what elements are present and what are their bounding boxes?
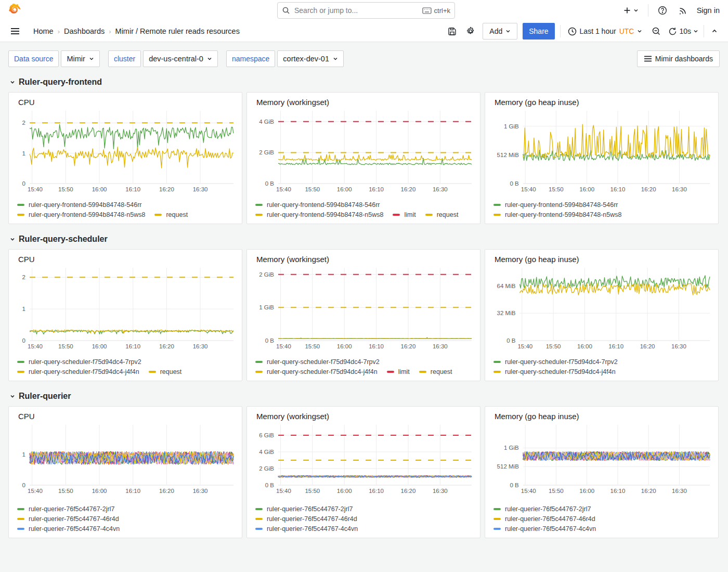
menu-toggle-button[interactable]: [8, 25, 22, 37]
legend-item[interactable]: ruler-query-scheduler-f75d94dc4-7rpv2: [493, 358, 618, 366]
panel-title[interactable]: CPU: [17, 411, 233, 421]
panel-title[interactable]: CPU: [17, 97, 233, 107]
legend-item[interactable]: ruler-querier-76f5c44767-46r4d: [17, 515, 119, 523]
svg-text:16:20: 16:20: [401, 343, 416, 349]
legend-item[interactable]: ruler-query-frontend-5994b84748-546rr: [493, 201, 618, 209]
add-panel-button[interactable]: Add: [483, 23, 517, 40]
legend-swatch: [17, 528, 24, 530]
news-button[interactable]: [677, 4, 690, 17]
panel-cpu: CPU0115:4015:5016:0016:1016:2016:30ruler…: [8, 406, 242, 538]
legend-label: ruler-querier-76f5c44767-4c4vn: [29, 525, 120, 532]
legend: ruler-query-frontend-5994b84748-546rrrul…: [255, 201, 472, 218]
grafana-logo[interactable]: [8, 4, 22, 17]
chart-canvas[interactable]: 0 B512 MiB1 GiB15:4015:5016:0016:1016:20…: [493, 422, 711, 496]
panel-title[interactable]: Memory (workingset): [255, 97, 472, 107]
svg-text:512 MiB: 512 MiB: [497, 463, 519, 470]
series-line: [278, 154, 472, 160]
legend-item[interactable]: ruler-query-frontend-5994b84748-n5ws8: [255, 211, 383, 218]
legend-item[interactable]: ruler-querier-76f5c44767-2jrl7: [493, 505, 591, 513]
legend-item[interactable]: ruler-query-frontend-5994b84748-n5ws8: [17, 211, 145, 218]
collapse-toolbar-button[interactable]: [709, 26, 720, 36]
panel-title[interactable]: Memory (go heap inuse): [493, 254, 710, 264]
chart-canvas[interactable]: 0 B1 GiB2 GiB15:4015:5016:0016:1016:2016…: [255, 265, 473, 351]
chart-canvas[interactable]: 0 B2 GiB4 GiB15:4015:5016:0016:1016:2016…: [255, 108, 473, 194]
dashboard-settings-button[interactable]: [464, 24, 477, 38]
timezone-label: UTC: [619, 27, 634, 35]
legend-item[interactable]: ruler-query-scheduler-f75d94dc4-j4f4n: [17, 368, 139, 375]
search-input[interactable]: Search or jump to... ctrl+k: [277, 2, 455, 19]
legend-item[interactable]: ruler-query-frontend-5994b84748-546rr: [17, 201, 142, 209]
series-line: [523, 150, 710, 161]
panel-title[interactable]: Memory (go heap inuse): [493, 411, 710, 421]
panel-title[interactable]: CPU: [17, 254, 233, 264]
row-title: Ruler-query-frontend: [19, 77, 102, 87]
legend-item[interactable]: ruler-querier-76f5c44767-4c4vn: [17, 525, 120, 532]
row-header-ruler-query-scheduler[interactable]: Ruler-query-scheduler: [9, 235, 720, 244]
dashboard-body: Ruler-query-frontendCPU01215:4015:5016:0…: [0, 77, 728, 551]
chevron-down-icon: [333, 56, 338, 61]
help-button[interactable]: [656, 4, 669, 17]
legend-item[interactable]: limit: [393, 211, 415, 218]
legend-item[interactable]: request: [425, 211, 459, 218]
legend-item[interactable]: ruler-query-frontend-5994b84748-n5ws8: [493, 211, 621, 218]
time-range-picker[interactable]: Last 1 hour UTC: [566, 27, 645, 36]
legend-item[interactable]: ruler-query-scheduler-f75d94dc4-j4f4n: [493, 368, 616, 375]
panel-title[interactable]: Memory (go heap inuse): [493, 97, 710, 107]
breadcrumb-home[interactable]: Home: [33, 27, 54, 35]
panel-title[interactable]: Memory (workingset): [255, 411, 472, 421]
legend-item[interactable]: ruler-query-scheduler-f75d94dc4-7rpv2: [17, 358, 141, 366]
datasource-select[interactable]: Mimir: [61, 50, 99, 67]
breadcrumb: Home › Dashboards › Mimir / Remote ruler…: [33, 27, 240, 35]
mimir-dashboards-button[interactable]: Mimir dashboards: [637, 50, 720, 67]
sign-in-link[interactable]: Sign in: [697, 6, 720, 15]
chevron-down-icon: [9, 79, 16, 85]
chart-canvas[interactable]: 0 B512 MiB1 GiB15:4015:5016:0016:1016:20…: [493, 108, 711, 194]
namespace-select[interactable]: cortex-dev-01: [277, 50, 344, 67]
legend-item[interactable]: request: [154, 211, 188, 218]
add-new-button[interactable]: [621, 4, 641, 17]
chart-canvas[interactable]: 0 B2 GiB4 GiB6 GiB15:4015:5016:0016:1016…: [255, 422, 473, 496]
save-dashboard-button[interactable]: [446, 25, 459, 38]
cluster-select[interactable]: dev-us-central-0: [143, 50, 218, 67]
legend-swatch: [493, 361, 501, 363]
svg-text:15:40: 15:40: [521, 488, 536, 494]
legend-item[interactable]: ruler-querier-76f5c44767-4c4vn: [255, 525, 358, 532]
svg-text:16:10: 16:10: [610, 186, 626, 192]
chart-canvas[interactable]: 0115:4015:5016:0016:1016:2016:30: [17, 422, 235, 496]
svg-text:16:10: 16:10: [369, 488, 384, 494]
share-button[interactable]: Share: [523, 23, 554, 40]
legend-item[interactable]: ruler-querier-76f5c44767-2jrl7: [17, 505, 114, 513]
legend-swatch: [493, 204, 501, 206]
zoom-out-time-button[interactable]: [649, 24, 663, 38]
chart-area: 0 B512 MiB1 GiB15:4015:5016:0016:1016:20…: [493, 422, 710, 504]
svg-text:15:50: 15:50: [58, 343, 73, 349]
series-line: [278, 339, 472, 339]
legend-item[interactable]: ruler-query-frontend-5994b84748-546rr: [255, 201, 380, 209]
legend-item[interactable]: ruler-querier-76f5c44767-46r4d: [255, 515, 357, 523]
panel-memory-workingset: Memory (workingset)0 B2 GiB4 GiB15:4015:…: [246, 92, 480, 224]
refresh-picker[interactable]: 10s: [668, 27, 698, 36]
row-header-ruler-querier[interactable]: Ruler-querier: [9, 392, 720, 401]
legend-item[interactable]: request: [419, 368, 452, 375]
search-placeholder: Search or jump to...: [294, 6, 418, 15]
refresh-icon: [668, 27, 677, 36]
svg-text:15:50: 15:50: [305, 186, 320, 192]
breadcrumb-dashboards[interactable]: Dashboards: [64, 27, 105, 35]
legend-item[interactable]: ruler-query-scheduler-f75d94dc4-7rpv2: [255, 358, 380, 366]
legend-item[interactable]: ruler-querier-76f5c44767-2jrl7: [255, 505, 353, 513]
chart-canvas[interactable]: 01215:4015:5016:0016:1016:2016:30: [17, 108, 235, 194]
legend-item[interactable]: ruler-querier-76f5c44767-4c4vn: [493, 525, 596, 532]
chart-canvas[interactable]: 0 B32 MiB64 MiB15:4015:5016:0016:1016:20…: [493, 265, 711, 351]
legend-item[interactable]: ruler-querier-76f5c44767-46r4d: [493, 515, 595, 523]
legend-label: ruler-query-frontend-5994b84748-546rr: [505, 201, 618, 209]
panel-title[interactable]: Memory (workingset): [255, 254, 472, 264]
svg-text:16:00: 16:00: [577, 343, 592, 349]
chart-canvas[interactable]: 01215:4015:5016:0016:1016:2016:30: [17, 265, 235, 351]
row-header-ruler-query-frontend[interactable]: Ruler-query-frontend: [9, 77, 720, 87]
legend-item[interactable]: request: [149, 368, 182, 375]
legend-item[interactable]: ruler-query-scheduler-f75d94dc4-j4f4n: [255, 368, 378, 375]
legend-item[interactable]: limit: [387, 368, 410, 375]
svg-text:2: 2: [22, 120, 25, 126]
breadcrumb-separator: ›: [58, 28, 60, 35]
legend-swatch: [255, 528, 263, 530]
